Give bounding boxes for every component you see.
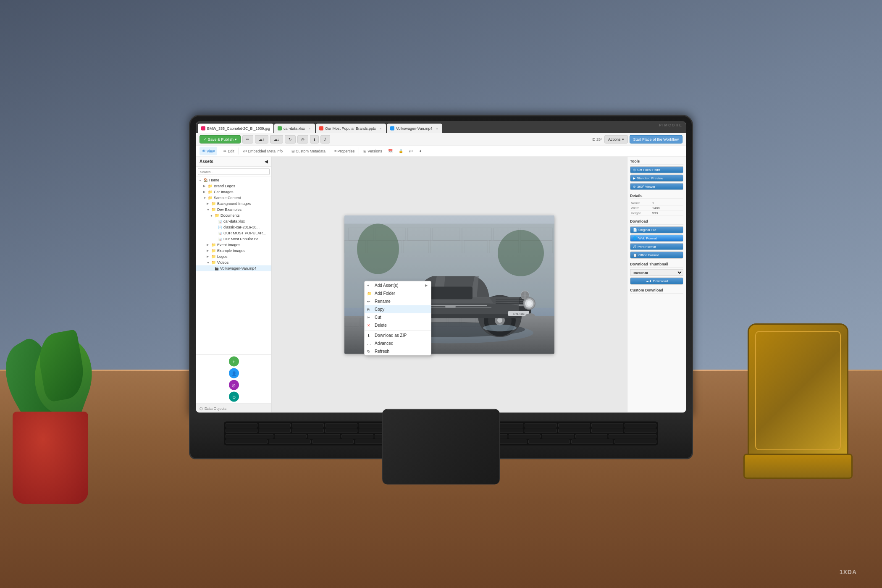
tree-videos[interactable]: ▼ 📁 Videos — [196, 260, 271, 265]
tab-4[interactable]: Volkswagen-Van.mp4 × — [387, 124, 442, 133]
search-input[interactable] — [198, 168, 270, 175]
thumbnail-select[interactable]: Thumbnail — [630, 269, 683, 276]
right-panel: Tools ◎ Set Focal Point ▶ Standard Previ… — [627, 157, 686, 413]
viewer-360-btn[interactable]: ⊙ 360° Viewer — [630, 183, 683, 190]
download-thumbnail-btn[interactable]: ☁⬇ Download — [630, 278, 683, 285]
set-focal-point-btn[interactable]: ◎ Set Focal Point — [630, 166, 683, 173]
ctx-delete[interactable]: ✕ Delete — [365, 321, 431, 329]
tab-2[interactable]: car-data.xlsx × — [274, 124, 315, 133]
sidebar-icon-teal[interactable]: ⊙ — [229, 392, 239, 402]
ctx-refresh-icon: ↻ — [367, 349, 370, 353]
tree-brand-logos[interactable]: ▶ 📁 Brand Logos — [196, 183, 271, 189]
name-key: Name — [630, 201, 651, 206]
toolbar-cloud-download[interactable]: ☁↓ — [270, 135, 284, 143]
key-esc — [226, 423, 257, 428]
sidebar-icon-blue[interactable]: 👤 — [229, 368, 239, 378]
view-button[interactable]: 👁 View — [200, 147, 217, 155]
pptx-1-icon: 📊 — [218, 231, 222, 235]
ctx-folder-icon: 📁 — [367, 291, 372, 295]
office-format-btn[interactable]: 📋 Office Format — [630, 252, 683, 259]
toolbar-share[interactable]: ⤴ — [320, 135, 330, 143]
save-dropdown-arrow[interactable]: ▾ — [235, 137, 237, 141]
sidebar-bottom-icons: + 👤 ◎ ⊙ — [196, 354, 271, 404]
tab-3-close[interactable]: × — [378, 126, 383, 131]
toolbar-refresh[interactable]: ↻ — [285, 135, 296, 143]
tree-logos[interactable]: ▶ 📁 Logos — [196, 254, 271, 260]
tree-sample-content[interactable]: ▼ 📁 Sample Content — [196, 195, 271, 201]
edit-button[interactable]: ✏ Edit — [221, 147, 237, 155]
tree-car-images[interactable]: ▶ 📁 Car Images — [196, 189, 271, 195]
home-arrow: ▼ — [199, 178, 202, 181]
tree-classic-car-pdf[interactable]: 📄 classic-car-2016-38... — [196, 224, 271, 230]
tab-4-close[interactable]: × — [435, 126, 439, 131]
ctx-cut[interactable]: ✂ Cut — [365, 313, 431, 321]
tree-home[interactable]: ▼ 🏠 Home — [196, 177, 271, 183]
tab-3[interactable]: Our Most Popular Brands.pptx × — [316, 124, 386, 133]
assets-title: Assets — [200, 159, 213, 164]
details-title: Details — [630, 194, 683, 199]
star-icon-btn[interactable]: ✦ — [416, 147, 425, 155]
ctx-delete-label: Delete — [375, 323, 387, 328]
preview-label: Standard Preview — [637, 176, 663, 180]
ctx-rename[interactable]: ✏ Rename — [365, 297, 431, 305]
ctx-refresh[interactable]: ↻ Refresh — [365, 347, 431, 355]
toolbar-cloud-upload[interactable]: ☁↑ — [255, 135, 268, 143]
properties-button[interactable]: ≡ Properties — [332, 147, 357, 155]
ctx-add-folder[interactable]: 📁 Add Folder — [365, 289, 431, 297]
tree-event-images[interactable]: ▶ 📁 Event Images — [196, 242, 271, 248]
preview-icon: ▶ — [633, 176, 635, 180]
details-row-height: Height 933 — [630, 210, 683, 215]
tab-4-icon — [390, 126, 394, 131]
classic-car-pdf-label: classic-car-2016-38... — [223, 225, 260, 229]
brand-logos-arrow: ▶ — [203, 184, 207, 188]
sidebar-icon-green[interactable]: + — [229, 357, 239, 367]
tree-background-images[interactable]: ▶ 📁 Background Images — [196, 201, 271, 207]
versions-button[interactable]: ⊞ Versions — [361, 147, 385, 155]
tab-1-close[interactable]: × — [273, 126, 273, 131]
save-publish-button[interactable]: ✓ Save & Publish ▾ — [200, 135, 241, 143]
tab-2-close[interactable]: × — [307, 126, 312, 131]
tree-dev-examples[interactable]: ▼ 📁 Dev Examples — [196, 207, 271, 213]
actions-button[interactable]: Actions ▾ — [604, 135, 628, 143]
car-images-arrow: ▶ — [203, 190, 207, 194]
custom-meta-button[interactable]: ⊞ Custom Metadata — [289, 147, 328, 155]
print-format-btn[interactable]: 🖨 Print Format — [630, 243, 683, 250]
tree-pptx-1[interactable]: 📊 OUR MOST POPULAR... — [196, 230, 271, 236]
tree-pptx-2[interactable]: 📊 Our Most Popular Br... — [196, 236, 271, 242]
tree-documents[interactable]: ▼ 📁 Documents — [196, 213, 271, 218]
lock-icon-btn[interactable]: 🔒 — [396, 147, 406, 155]
volkswagen-icon: 🎬 — [215, 266, 219, 270]
ctx-download-icon: ⬇ — [367, 333, 370, 337]
calendar-icon-btn[interactable]: 📅 — [386, 147, 395, 155]
ctx-add-assets-label: Add Asset(s) — [375, 283, 399, 288]
sidebar-icon-purple[interactable]: ◎ — [229, 380, 239, 390]
tag-icon-btn[interactable]: 🏷 — [407, 147, 415, 155]
original-file-btn[interactable]: 📄 Original File — [630, 226, 683, 234]
focal-label: Set Focal Point — [637, 168, 660, 172]
tree-car-data[interactable]: 📊 car-data.xlsx — [196, 218, 271, 224]
screen-bezel: PIMCORE BMW_335_Cabriolet-2C_Bl_1939.jpg… — [196, 121, 686, 413]
brand-logos-label: Brand Logos — [214, 184, 235, 188]
ctx-download-zip[interactable]: ⬇ Download as ZIP — [365, 331, 431, 339]
standard-preview-btn[interactable]: ▶ Standard Preview — [630, 175, 683, 182]
tab-4-label: Volkswagen-Van.mp4 — [396, 126, 432, 131]
toolbar-edit-icon[interactable]: ✏ — [242, 135, 253, 143]
action-bar: 👁 View ✏ Edit 🏷 Embedded Meta info — [196, 146, 686, 157]
ctx-advanced[interactable]: … Advanced — [365, 339, 431, 347]
meta-button[interactable]: 🏷 Embedded Meta info — [241, 147, 285, 155]
save-publish-label: Save & Publish — [208, 137, 234, 141]
ctx-add-assets[interactable]: + Add Asset(s) ▶ — [365, 281, 431, 289]
search-container — [196, 167, 271, 177]
web-format-btn[interactable]: 🌐 Web Format — [630, 235, 683, 242]
tree-example-images[interactable]: ▶ 📁 Example Images — [196, 248, 271, 254]
tab-1[interactable]: BMW_335_Cabriolet-2C_Bl_1939.jpg × — [198, 124, 273, 133]
workflow-button[interactable]: Start Place of the Workflow — [630, 135, 682, 143]
toolbar-info[interactable]: ℹ — [310, 135, 319, 143]
collapse-icon[interactable]: ◀ — [265, 159, 268, 164]
toolbar-schedule[interactable]: ◷ — [297, 135, 308, 143]
ctx-copy[interactable]: ⎘ Copy — [365, 305, 431, 313]
trackpad[interactable] — [382, 409, 500, 485]
tree-volkswagen[interactable]: 🎬 Volkswagen-Van.mp4 — [196, 265, 271, 271]
data-objects-bar[interactable]: ⬡ Data Objects — [196, 404, 271, 413]
ctx-refresh-label: Refresh — [375, 349, 389, 354]
